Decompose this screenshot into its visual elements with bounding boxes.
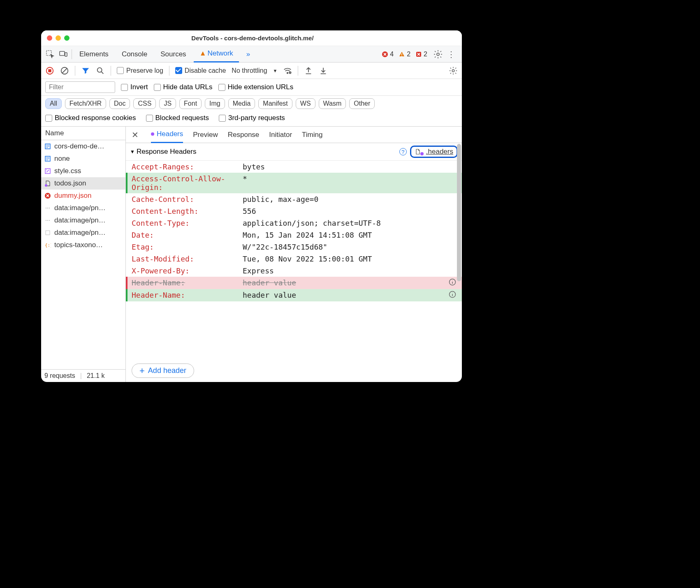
record-button[interactable] bbox=[45, 66, 54, 75]
network-toolbar: Preserve log Disable cache No throttling… bbox=[41, 63, 462, 79]
type-filter-wasm[interactable]: Wasm bbox=[319, 98, 346, 109]
request-row[interactable]: none bbox=[41, 153, 125, 165]
svg-text:{:}: {:} bbox=[45, 243, 51, 248]
clear-icon[interactable] bbox=[60, 66, 69, 75]
hide-data-urls-checkbox[interactable]: Hide data URLs bbox=[154, 83, 213, 91]
tab-response[interactable]: Response bbox=[228, 127, 260, 143]
header-key: Cache-Control: bbox=[132, 195, 243, 204]
request-row[interactable]: data:image/pn… bbox=[41, 214, 125, 227]
network-conditions-icon[interactable] bbox=[283, 66, 292, 75]
type-filter-doc[interactable]: Doc bbox=[109, 98, 130, 109]
type-filter-media[interactable]: Media bbox=[228, 98, 255, 109]
type-filter-font[interactable]: Font bbox=[179, 98, 202, 109]
headers-file-link[interactable]: .headers bbox=[410, 146, 458, 158]
svg-point-12 bbox=[287, 72, 288, 74]
tab-initiator[interactable]: Initiator bbox=[269, 127, 292, 143]
request-row[interactable]: todos.json bbox=[41, 177, 125, 190]
add-header-button[interactable]: +Add header bbox=[132, 363, 194, 378]
filter-icon[interactable] bbox=[81, 66, 90, 75]
request-row[interactable]: {:}topics-taxono… bbox=[41, 239, 125, 251]
help-icon[interactable]: ? bbox=[399, 148, 407, 155]
name-column-header[interactable]: Name bbox=[41, 127, 125, 140]
issue-count[interactable]: 2 bbox=[415, 51, 427, 58]
scrollbar[interactable] bbox=[457, 144, 461, 366]
hide-extension-urls-checkbox[interactable]: Hide extension URLs bbox=[218, 83, 294, 91]
close-button[interactable] bbox=[47, 35, 52, 41]
invert-checkbox[interactable]: Invert bbox=[121, 83, 148, 91]
type-filter-ws[interactable]: WS bbox=[296, 98, 315, 109]
svg-point-18 bbox=[46, 169, 47, 170]
header-row: Etag:W/"22c-18457c15d68" bbox=[126, 241, 462, 253]
download-har-icon[interactable] bbox=[319, 66, 328, 75]
type-filter-row: AllFetch/XHRDocCSSJSFontImgMediaManifest… bbox=[41, 96, 462, 111]
request-items: cors-demo-de…nonestyle.csstodos.jsondumm… bbox=[41, 140, 125, 369]
header-value: application/json; charset=UTF-8 bbox=[243, 219, 381, 227]
kebab-icon[interactable]: ⋮ bbox=[446, 49, 456, 59]
header-value: header value bbox=[243, 291, 296, 300]
triangle-down-icon: ▼ bbox=[130, 149, 135, 155]
warning-count[interactable]: 2 bbox=[399, 51, 410, 58]
device-icon[interactable] bbox=[58, 49, 68, 59]
header-value: 556 bbox=[243, 207, 256, 215]
tab-headers[interactable]: Headers bbox=[151, 127, 183, 143]
type-filter-manifest[interactable]: Manifest bbox=[258, 98, 292, 109]
inspect-icon[interactable] bbox=[45, 49, 55, 59]
close-detail-button[interactable]: ✕ bbox=[132, 130, 139, 140]
request-row[interactable]: data:image/pn… bbox=[41, 227, 125, 239]
type-filter-all[interactable]: All bbox=[45, 98, 62, 109]
type-filter-other[interactable]: Other bbox=[349, 98, 375, 109]
more-tabs-button[interactable]: » bbox=[241, 46, 256, 63]
preserve-log-checkbox[interactable]: Preserve log bbox=[117, 67, 163, 74]
svg-point-19 bbox=[45, 184, 47, 187]
throttling-select[interactable]: No throttling▼ bbox=[232, 67, 277, 74]
caret-down-icon: ▼ bbox=[273, 68, 278, 73]
svg-rect-1 bbox=[60, 51, 65, 56]
tab-network[interactable]: ▲Network bbox=[194, 46, 239, 63]
blocked-requests-checkbox[interactable]: Blocked requests bbox=[146, 114, 209, 122]
gear-icon[interactable] bbox=[449, 66, 458, 75]
header-value: Tue, 08 Nov 2022 15:00:01 GMT bbox=[243, 255, 372, 263]
tab-network-label: Network bbox=[207, 49, 233, 58]
type-filter-css[interactable]: CSS bbox=[133, 98, 156, 109]
header-key: Accept-Ranges: bbox=[132, 162, 243, 171]
request-label: cors-demo-de… bbox=[54, 142, 104, 150]
settings-icon[interactable] bbox=[433, 49, 443, 59]
request-label: none bbox=[54, 155, 70, 163]
minimize-button[interactable] bbox=[56, 35, 61, 41]
header-row: X-Powered-By:Express bbox=[126, 265, 462, 277]
type-filter-js[interactable]: JS bbox=[159, 98, 176, 109]
header-value: Express bbox=[243, 266, 274, 275]
detail-tabs: ✕ Headers Preview Response Initiator Tim… bbox=[126, 127, 462, 143]
tab-sources[interactable]: Sources bbox=[155, 46, 192, 63]
blocked-cookies-checkbox[interactable]: Blocked response cookies bbox=[45, 114, 136, 122]
zoom-button[interactable] bbox=[64, 35, 70, 41]
request-row[interactable]: data:image/pn… bbox=[41, 202, 125, 214]
tab-elements[interactable]: Elements bbox=[74, 46, 114, 63]
error-count[interactable]: 4 bbox=[382, 51, 394, 58]
search-icon[interactable] bbox=[96, 66, 105, 75]
header-key: Access-Control-Allow-Origin: bbox=[132, 174, 243, 192]
tab-console[interactable]: Console bbox=[116, 46, 153, 63]
checkbox-icon bbox=[175, 67, 182, 74]
filter-input[interactable] bbox=[45, 81, 115, 93]
request-row[interactable]: cors-demo-de… bbox=[41, 140, 125, 153]
request-row[interactable]: dummy.json bbox=[41, 190, 125, 202]
header-row: Access-Control-Allow-Origin:* bbox=[126, 173, 462, 193]
tab-timing[interactable]: Timing bbox=[302, 127, 322, 143]
response-headers-section[interactable]: ▼ Response Headers ? .headers bbox=[126, 143, 462, 161]
type-filter-fetchxhr[interactable]: Fetch/XHR bbox=[65, 98, 106, 109]
info-icon[interactable] bbox=[449, 291, 456, 300]
tab-preview[interactable]: Preview bbox=[193, 127, 218, 143]
type-filter-img[interactable]: Img bbox=[205, 98, 225, 109]
status-counts: 4 2 2 bbox=[382, 51, 427, 58]
divider bbox=[298, 66, 298, 76]
info-icon[interactable] bbox=[449, 278, 456, 287]
checkbox-icon bbox=[117, 67, 124, 74]
request-row[interactable]: style.css bbox=[41, 165, 125, 177]
svg-point-14 bbox=[452, 69, 454, 72]
upload-har-icon[interactable] bbox=[304, 66, 313, 75]
header-value: bytes bbox=[243, 162, 265, 171]
third-party-checkbox[interactable]: 3rd-party requests bbox=[219, 114, 285, 122]
header-row: Last-Modified:Tue, 08 Nov 2022 15:00:01 … bbox=[126, 253, 462, 265]
disable-cache-checkbox[interactable]: Disable cache bbox=[175, 67, 226, 74]
